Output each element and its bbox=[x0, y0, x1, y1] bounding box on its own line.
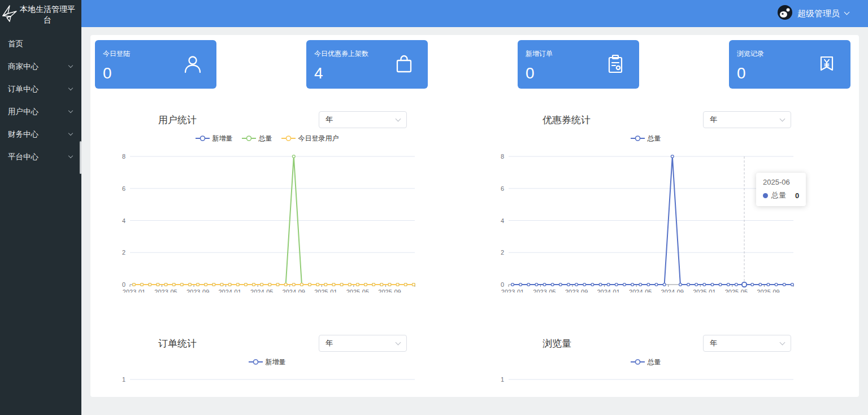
sidebar-item-home[interactable]: 首页 bbox=[0, 33, 81, 55]
chart-title: 用户统计 bbox=[158, 113, 197, 126]
chart-title: 订单统计 bbox=[158, 337, 197, 350]
sidebar-item-platform-center[interactable]: 平台中心 bbox=[0, 146, 81, 168]
svg-text:2024-05: 2024-05 bbox=[629, 289, 652, 292]
charts-row-bottom: 订单统计 年 新增量 1 浏览量 年 总量 1 bbox=[90, 331, 859, 391]
svg-text:0: 0 bbox=[122, 281, 125, 288]
sidebar-scrollbar[interactable] bbox=[80, 141, 81, 174]
svg-text:6: 6 bbox=[122, 185, 125, 192]
shopping-bag-icon bbox=[393, 53, 415, 78]
chart-user-stats: 用户统计 年 新增量总量今日登录用户 024682023-012023-0520… bbox=[90, 107, 475, 292]
svg-text:2023-05: 2023-05 bbox=[154, 289, 177, 292]
chart-title: 优惠券统计 bbox=[542, 113, 591, 126]
svg-text:2025-09: 2025-09 bbox=[378, 289, 401, 292]
chevron-down-icon bbox=[68, 131, 73, 136]
svg-text:1: 1 bbox=[122, 376, 125, 383]
yen-badge-icon bbox=[815, 53, 838, 78]
topbar: 超级管理员 bbox=[81, 0, 868, 27]
svg-text:2023-05: 2023-05 bbox=[533, 289, 555, 292]
chevron-down-icon bbox=[68, 108, 73, 113]
sidebar: 本地生活管理平台 首页 商家中心 订单中心 用户中心 财务中心 平台中心 bbox=[0, 0, 81, 415]
svg-text:2025-01: 2025-01 bbox=[693, 289, 715, 292]
stat-cards: 今日登陆 0 今日优惠券上架数 4 新增订单 0 bbox=[95, 40, 850, 89]
series-marker-dot bbox=[763, 193, 768, 198]
legend-item[interactable]: 新增量 bbox=[249, 357, 286, 367]
chevron-down-icon bbox=[844, 10, 850, 15]
legend-item[interactable]: 新增量 bbox=[196, 134, 233, 143]
svg-text:4: 4 bbox=[122, 217, 125, 224]
bird-logo-icon bbox=[1, 4, 18, 25]
chart-coupon-stats: 优惠券统计 年 总量 024682023-012023-052023-09202… bbox=[475, 107, 859, 292]
svg-text:2025-05: 2025-05 bbox=[346, 289, 369, 292]
chart-title: 浏览量 bbox=[542, 337, 571, 350]
chevron-down-icon bbox=[68, 154, 73, 158]
svg-text:2: 2 bbox=[501, 249, 504, 256]
svg-text:1: 1 bbox=[501, 376, 504, 383]
svg-text:8: 8 bbox=[122, 153, 125, 160]
stat-card-today-login: 今日登陆 0 bbox=[95, 40, 216, 89]
stat-card-coupons-listed: 今日优惠券上架数 4 bbox=[306, 40, 428, 89]
year-select[interactable]: 年 bbox=[703, 335, 791, 352]
svg-text:2024-01: 2024-01 bbox=[218, 289, 241, 292]
svg-text:2023-01: 2023-01 bbox=[501, 289, 524, 292]
svg-text:2025-05: 2025-05 bbox=[725, 289, 748, 292]
svg-text:2: 2 bbox=[122, 249, 125, 256]
user-name: 超级管理员 bbox=[797, 8, 840, 19]
svg-text:4: 4 bbox=[501, 217, 504, 224]
year-select[interactable]: 年 bbox=[319, 111, 407, 128]
chart-tooltip: 2025-06 总量 0 bbox=[756, 173, 806, 206]
svg-text:8: 8 bbox=[501, 153, 504, 160]
sidebar-item-finance-center[interactable]: 财务中心 bbox=[0, 123, 81, 146]
legend-item[interactable]: 总量 bbox=[631, 357, 661, 367]
svg-text:2023-09: 2023-09 bbox=[565, 289, 588, 292]
chart-plot[interactable]: 024682023-012023-052023-092024-012024-05… bbox=[492, 145, 859, 292]
chevron-down-icon bbox=[780, 116, 785, 121]
year-select[interactable]: 年 bbox=[703, 111, 791, 128]
svg-text:2024-09: 2024-09 bbox=[661, 289, 684, 292]
order-clipboard-icon bbox=[604, 53, 627, 78]
legend-item[interactable]: 总量 bbox=[242, 134, 272, 143]
panda-avatar bbox=[778, 5, 792, 22]
chart-legend: 总量 bbox=[492, 132, 800, 145]
chevron-down-icon bbox=[780, 339, 785, 345]
svg-text:2025-01: 2025-01 bbox=[314, 289, 337, 292]
svg-text:2024-01: 2024-01 bbox=[597, 289, 619, 292]
chart-legend: 新增量总量今日登录用户 bbox=[113, 132, 421, 145]
sidebar-menu: 首页 商家中心 订单中心 用户中心 财务中心 平台中心 bbox=[0, 33, 81, 168]
sidebar-item-user-center[interactable]: 用户中心 bbox=[0, 101, 81, 123]
svg-text:2024-09: 2024-09 bbox=[283, 289, 305, 292]
chevron-down-icon bbox=[396, 116, 401, 121]
legend-item[interactable]: 总量 bbox=[631, 134, 661, 143]
sidebar-item-merchant-center[interactable]: 商家中心 bbox=[0, 55, 81, 78]
legend-item[interactable]: 今日登录用户 bbox=[281, 134, 339, 143]
svg-text:2023-09: 2023-09 bbox=[186, 289, 209, 292]
sidebar-item-order-center[interactable]: 订单中心 bbox=[0, 78, 81, 101]
stat-card-browse-records: 浏览记录 0 bbox=[729, 40, 850, 89]
chevron-down-icon bbox=[396, 339, 401, 345]
chevron-down-icon bbox=[68, 63, 73, 68]
charts-row-top: 用户统计 年 新增量总量今日登录用户 024682023-012023-0520… bbox=[90, 107, 859, 292]
svg-text:2023-01: 2023-01 bbox=[123, 289, 145, 292]
user-icon bbox=[181, 53, 204, 78]
user-menu[interactable]: 超级管理员 bbox=[778, 5, 849, 22]
chart-order-stats: 订单统计 年 新增量 1 bbox=[90, 331, 475, 391]
svg-text:2024-05: 2024-05 bbox=[250, 289, 273, 292]
chevron-down-icon bbox=[68, 86, 73, 90]
sidebar-header: 本地生活管理平台 bbox=[0, 0, 81, 29]
svg-text:2025-09: 2025-09 bbox=[757, 289, 779, 292]
chart-plot[interactable]: 1 bbox=[492, 368, 859, 391]
svg-text:6: 6 bbox=[501, 185, 504, 192]
chart-legend: 总量 bbox=[492, 356, 800, 368]
chart-plot[interactable]: 1 bbox=[113, 368, 475, 391]
year-select[interactable]: 年 bbox=[319, 335, 407, 352]
svg-text:0: 0 bbox=[501, 281, 504, 288]
app-title: 本地生活管理平台 bbox=[18, 4, 77, 25]
chart-plot[interactable]: 024682023-012023-052023-092024-012024-05… bbox=[113, 145, 475, 292]
chart-page-views: 浏览量 年 总量 1 bbox=[475, 331, 859, 391]
stat-card-new-orders: 新增订单 0 bbox=[518, 40, 639, 89]
main-panel: 今日登陆 0 今日优惠券上架数 4 新增订单 0 bbox=[90, 35, 859, 397]
chart-legend: 新增量 bbox=[113, 356, 421, 368]
